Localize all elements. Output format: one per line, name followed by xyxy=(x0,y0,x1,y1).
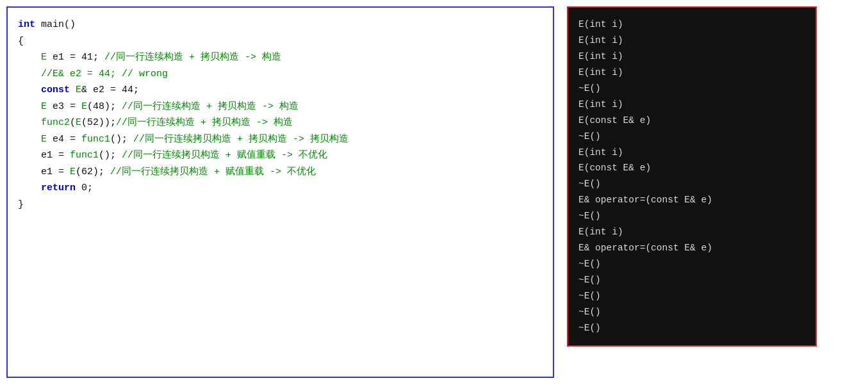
left-code-panel: int main(){ E e1 = 41; //同一行连续构造 + 拷贝构造 … xyxy=(6,6,554,378)
output-line: E(int i) xyxy=(578,224,805,240)
output-line: E(int i) xyxy=(578,17,805,33)
code-line: } xyxy=(18,197,543,213)
output-line: E(const E& e) xyxy=(578,113,805,129)
output-line: ~E() xyxy=(578,129,805,145)
output-line: ~E() xyxy=(578,304,805,320)
code-line: e1 = E(62); //同一行连续拷贝构造 + 赋值重载 -> 不优化 xyxy=(18,164,543,181)
output-line: E(int i) xyxy=(578,97,805,113)
output-line: E(int i) xyxy=(578,145,805,161)
output-line: ~E() xyxy=(578,288,805,304)
output-line: E(const E& e) xyxy=(578,160,805,176)
output-line: ~E() xyxy=(578,272,805,288)
output-line: ~E() xyxy=(578,320,805,336)
code-line: return 0; xyxy=(18,180,543,197)
output-line: ~E() xyxy=(578,208,805,224)
code-line: func2(E(52));//同一行连续构造 + 拷贝构造 -> 构造 xyxy=(18,115,543,131)
code-line: //E& e2 = 44; // wrong xyxy=(18,66,543,83)
code-line: E e3 = E(48); //同一行连续构造 + 拷贝构造 -> 构造 xyxy=(18,99,543,115)
output-line: E& operator=(const E& e) xyxy=(578,192,805,208)
code-line: E e4 = func1(); //同一行连续拷贝构造 + 拷贝构造 -> 拷贝… xyxy=(18,131,543,148)
output-line: E(int i) xyxy=(578,49,805,65)
output-line: ~E() xyxy=(578,81,805,97)
output-line: E& operator=(const E& e) xyxy=(578,240,805,256)
code-line: const E& e2 = 44; xyxy=(18,82,543,99)
output-line: E(int i) xyxy=(578,33,805,49)
output-line: ~E() xyxy=(578,176,805,192)
output-line: ~E() xyxy=(578,256,805,272)
code-line: { xyxy=(18,33,543,50)
right-output-panel: E(int i)E(int i)E(int i)E(int i)~E()E(in… xyxy=(567,6,817,347)
code-line: e1 = func1(); //同一行连续拷贝构造 + 赋值重载 -> 不优化 xyxy=(18,147,543,164)
code-line: E e1 = 41; //同一行连续构造 + 拷贝构造 -> 构造 xyxy=(18,49,543,66)
code-line: int main() xyxy=(18,17,543,33)
output-line: E(int i) xyxy=(578,65,805,81)
